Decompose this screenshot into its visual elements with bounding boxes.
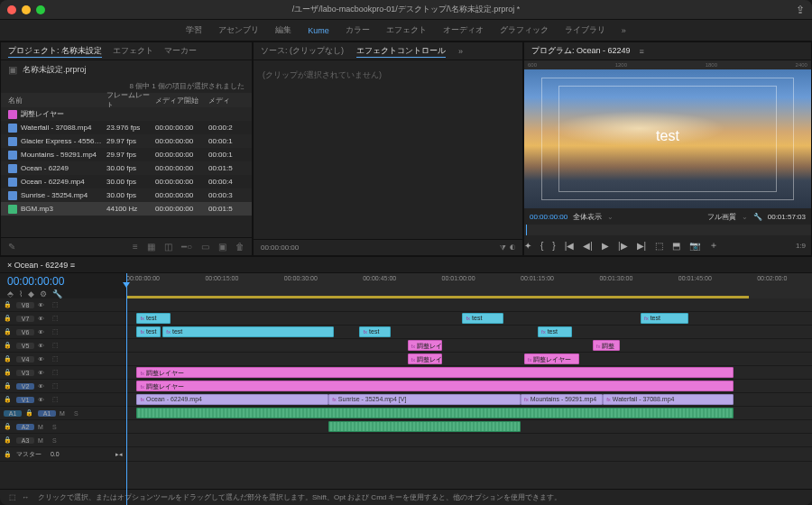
asset-row[interactable]: Ocean - 62249 30.00 fps 00:00:00:00 00:0… — [1, 161, 252, 175]
mute-icon[interactable]: M — [38, 424, 49, 430]
quality-dropdown[interactable]: フル画質 — [707, 212, 736, 222]
track-label[interactable]: A2 — [16, 424, 34, 430]
ws-color[interactable]: カラー — [346, 24, 370, 36]
lock-icon[interactable]: 🔒 — [4, 451, 13, 458]
play-icon[interactable]: ▶ — [602, 241, 609, 251]
clip[interactable]: fxtest — [538, 326, 572, 337]
settings-icon[interactable]: ⚙ — [40, 289, 47, 298]
audio-track-header[interactable]: 🔒 A2 M S — [0, 420, 126, 434]
pen-icon[interactable]: ✎ — [8, 242, 15, 252]
go-in-icon[interactable]: |◀ — [565, 241, 575, 251]
video-track-header[interactable]: 🔒 V6 👁 ⬚ — [0, 326, 126, 339]
step-fwd-icon[interactable]: |▶ — [618, 241, 628, 251]
track-label[interactable]: V8 — [16, 302, 34, 308]
solo-icon[interactable]: S — [74, 410, 78, 417]
clip[interactable] — [328, 421, 521, 432]
timeline-ruler[interactable]: 00:00:00:0000:00:15:0000:00:30:0000:00:4… — [126, 273, 812, 298]
close-window[interactable] — [7, 5, 16, 14]
program-label[interactable]: プログラム: Ocean - 62249 — [531, 45, 631, 57]
program-menu-icon[interactable]: ≡ — [640, 47, 644, 56]
clip[interactable]: fxWaterfall - 37088.mp4 — [603, 394, 733, 405]
track-label[interactable]: V3 — [16, 370, 34, 376]
solo-icon[interactable]: S — [52, 437, 57, 444]
mute-icon[interactable]: M — [60, 410, 70, 417]
video-track-header[interactable]: 🔒 V5 👁 ⬚ — [0, 339, 126, 353]
track-content[interactable]: fxtestfxtestfxtestfxtestfxtestfxtestfxte… — [126, 298, 812, 489]
eye-icon[interactable]: 👁 — [38, 397, 49, 403]
linked-sel-icon[interactable]: ⌇ — [19, 289, 23, 298]
clip[interactable]: fx調整レイヤー — [136, 367, 733, 378]
solo-icon[interactable]: S — [52, 424, 57, 430]
track-label[interactable]: A3 — [16, 437, 34, 444]
program-viewport[interactable]: test — [524, 69, 811, 208]
asset-row[interactable]: Waterfall - 37088.mp4 23.976 fps 00:00:0… — [1, 121, 252, 134]
clip[interactable]: fxtest — [136, 326, 161, 337]
track-lane[interactable] — [126, 298, 812, 312]
button-editor-icon[interactable]: ＋ — [709, 239, 718, 252]
add-marker-icon[interactable]: ✦ — [524, 241, 531, 251]
tab-markers[interactable]: マーカー — [164, 45, 197, 57]
video-track-header[interactable]: 🔒 V7 👁 ⬚ — [0, 312, 126, 326]
video-track-header[interactable]: 🔒 V8 👁 ⬚ — [0, 298, 126, 312]
list-view-icon[interactable]: ≡ — [133, 242, 138, 252]
sync-icon[interactable]: ⬚ — [52, 301, 59, 308]
asset-row[interactable]: BGM.mp3 44100 Hz 00:00:00:00 00:01:5 — [1, 202, 252, 216]
asset-row[interactable]: Ocean - 62249.mp4 30.00 fps 00:00:00:00 … — [1, 175, 252, 188]
track-lane[interactable] — [126, 420, 812, 434]
export-frame-icon[interactable]: 📷 — [689, 241, 700, 251]
eye-icon[interactable]: 👁 — [38, 383, 49, 390]
track-lane[interactable]: fx調整レイfx調整 — [126, 339, 812, 353]
lock-icon[interactable]: 🔒 — [4, 355, 13, 363]
sync-icon[interactable]: ⬚ — [52, 328, 59, 335]
clip[interactable]: fxOcean - 62249.mp4 — [136, 394, 328, 405]
pin-icon[interactable]: ◐ — [510, 243, 515, 252]
clip[interactable]: fx調整レイ — [408, 340, 442, 351]
audio-track-header[interactable]: A1 🔒 A1 M S — [0, 407, 126, 420]
maximize-window[interactable] — [36, 5, 45, 14]
zoom-slider[interactable]: ━○ — [181, 242, 192, 252]
eye-icon[interactable]: 👁 — [38, 370, 49, 376]
ws-learning[interactable]: 学習 — [186, 24, 202, 36]
sync-icon[interactable]: ⬚ — [52, 369, 59, 376]
tab-effects[interactable]: エフェクト — [113, 45, 153, 57]
ws-library[interactable]: ライブラリ — [565, 24, 605, 36]
new-bin-icon[interactable]: ▭ — [201, 242, 209, 252]
lock-icon[interactable]: 🔒 — [4, 369, 13, 376]
sync-icon[interactable]: ⬚ — [52, 342, 59, 349]
clip[interactable]: fxtest — [136, 313, 171, 324]
sync-icon[interactable]: ⬚ — [52, 396, 59, 403]
lift-icon[interactable]: ⬚ — [655, 241, 663, 251]
lock-icon[interactable]: 🔒 — [4, 423, 13, 430]
ws-graphics[interactable]: グラフィック — [500, 24, 549, 36]
lock-icon[interactable]: 🔒 — [4, 396, 13, 403]
clip[interactable]: fxtest — [162, 326, 334, 337]
video-track-header[interactable]: 🔒 V4 👁 ⬚ — [0, 353, 126, 366]
mark-out-icon[interactable]: } — [552, 241, 555, 251]
video-track-header[interactable]: 🔒 V1 👁 ⬚ — [0, 393, 126, 407]
expand-icon[interactable]: ▸◂ — [115, 451, 123, 458]
wrench-icon[interactable]: 🔧 — [52, 289, 62, 298]
fit-dropdown[interactable]: 全体表示 — [573, 212, 602, 222]
asset-row[interactable]: Glacier Express - 45568.mp4 29.97 fps 00… — [1, 134, 252, 148]
tool-selection-icon[interactable]: ⬚ — [9, 493, 16, 501]
sync-icon[interactable]: ⬚ — [52, 382, 59, 390]
asset-row[interactable]: Mountains - 59291.mp4 29.97 fps 00:00:00… — [1, 148, 252, 161]
tool-track-icon[interactable]: ↔ — [22, 493, 29, 501]
clip[interactable]: fx調整レイ — [408, 354, 442, 364]
lock-icon[interactable]: 🔒 — [4, 342, 13, 349]
program-ruler[interactable]: 600 1200 1800 2400 — [524, 60, 811, 69]
minimize-window[interactable] — [22, 5, 31, 14]
share-icon[interactable]: ⇪ — [796, 4, 805, 16]
snap-icon[interactable]: ⬘ — [7, 289, 14, 298]
eye-icon[interactable]: 👁 — [38, 316, 49, 322]
lock-icon[interactable]: 🔒 — [4, 436, 13, 444]
sync-icon[interactable]: ⬚ — [52, 315, 59, 322]
ws-assembly[interactable]: アセンブリ — [218, 24, 259, 36]
tab-source[interactable]: ソース: (クリップなし) — [261, 45, 344, 57]
clip[interactable]: fx調整レイヤー — [136, 381, 733, 391]
track-lane[interactable]: fxOcean - 62249.mp4fxSunrise - 35254.mp4… — [126, 393, 812, 407]
ws-audio[interactable]: オーディオ — [443, 24, 484, 36]
track-lane[interactable]: fx調整レイヤー — [126, 366, 812, 380]
track-label[interactable]: V2 — [16, 383, 34, 390]
freeform-view-icon[interactable]: ◫ — [164, 242, 172, 252]
